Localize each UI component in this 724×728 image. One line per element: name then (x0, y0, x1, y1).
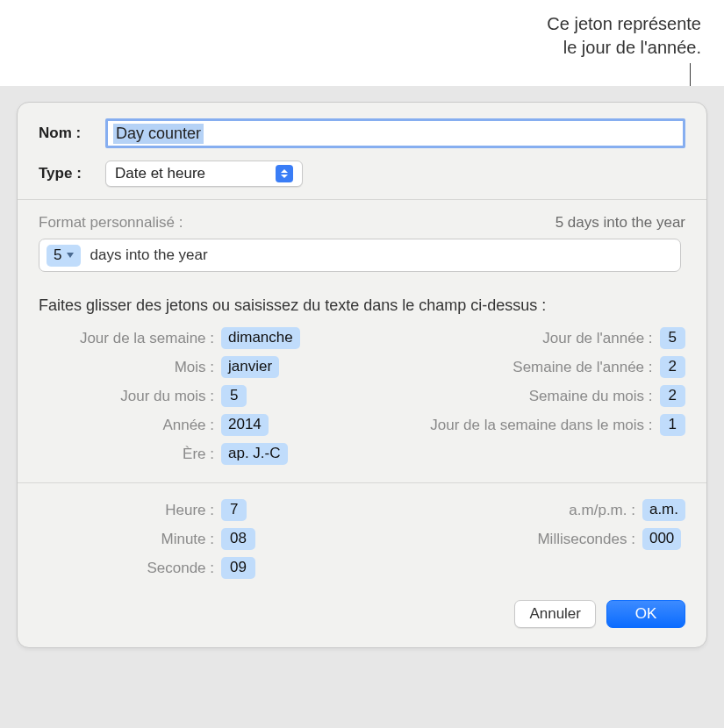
token-year[interactable]: 2014 (221, 414, 269, 436)
label-day-of-week: Jour de la semaine : (39, 330, 214, 347)
cancel-button[interactable]: Annuler (514, 600, 596, 628)
type-select[interactable]: Date et heure (105, 161, 303, 187)
format-field[interactable]: 5 days into the year (39, 239, 681, 272)
label-day-of-month: Jour du mois : (39, 388, 214, 405)
token-era[interactable]: ap. J.-C (221, 443, 288, 465)
callout-text-line1: Ce jeton représente (547, 12, 701, 36)
token-week-of-month[interactable]: 2 (660, 385, 685, 407)
custom-format-dialog: Nom : Day counter Type : Date et heure F… (17, 102, 707, 648)
token-day-of-week[interactable]: dimanche (221, 327, 300, 349)
format-token-value: 5 (54, 246, 61, 264)
token-hour[interactable]: 7 (221, 499, 247, 521)
callout-annotation: Ce jeton représente le jour de l'année. (547, 12, 701, 60)
label-week-of-month: Semaine du mois : (434, 388, 653, 405)
token-weekday-in-month[interactable]: 1 (660, 414, 685, 436)
label-minute: Minute : (39, 531, 214, 548)
token-second[interactable]: 09 (221, 557, 255, 579)
token-day-of-month[interactable]: 5 (221, 385, 247, 407)
label-era: Ère : (39, 446, 214, 463)
type-label: Type : (39, 165, 105, 182)
format-section: Format personnalisé : 5 days into the ye… (18, 200, 706, 281)
token-ampm[interactable]: a.m. (642, 499, 685, 521)
format-token-day-of-year[interactable]: 5 (47, 245, 81, 267)
token-minute[interactable]: 08 (221, 528, 255, 550)
header-section: Nom : Day counter Type : Date et heure (18, 103, 706, 199)
label-week-of-year: Semaine de l'année : (434, 359, 653, 376)
date-token-grid: Jour de la semaine : dimanche Jour de l'… (39, 327, 685, 465)
token-day-of-year[interactable]: 5 (660, 327, 685, 349)
label-year: Année : (39, 417, 214, 434)
instructions-text: Faites glisser des jetons ou saisissez d… (39, 296, 685, 315)
token-month[interactable]: janvier (221, 356, 279, 378)
format-preview: 5 days into the year (556, 214, 685, 232)
callout-text-line2: le jour de l'année. (547, 36, 701, 60)
label-ampm: a.m/p.m. : (416, 502, 635, 519)
button-row: Annuler OK (18, 588, 706, 647)
chevron-down-icon (67, 253, 74, 258)
label-month: Mois : (39, 359, 214, 376)
label-milliseconds: Millisecondes : (416, 531, 635, 548)
label-weekday-in-month: Jour de la semaine dans le mois : (430, 417, 652, 434)
ok-button[interactable]: OK (606, 600, 685, 628)
name-input-value: Day counter (113, 124, 204, 144)
name-label: Nom : (39, 125, 105, 142)
name-input[interactable]: Day counter (105, 118, 685, 148)
select-arrows-icon (276, 165, 293, 182)
label-hour: Heure : (39, 502, 214, 519)
token-week-of-year[interactable]: 2 (660, 356, 685, 378)
label-second: Seconde : (39, 560, 214, 577)
format-label: Format personnalisé : (39, 214, 183, 232)
date-tokens-section: Faites glisser des jetons ou saisissez d… (18, 281, 706, 482)
time-token-grid: Heure : 7 a.m/p.m. : a.m. Minute : 08 Mi… (39, 499, 685, 579)
token-milliseconds[interactable]: 000 (642, 528, 681, 550)
label-day-of-year: Jour de l'année : (434, 330, 653, 347)
type-select-value: Date et heure (115, 165, 205, 182)
time-tokens-section: Heure : 7 a.m/p.m. : a.m. Minute : 08 Mi… (18, 483, 706, 588)
format-suffix-text: days into the year (90, 246, 207, 264)
